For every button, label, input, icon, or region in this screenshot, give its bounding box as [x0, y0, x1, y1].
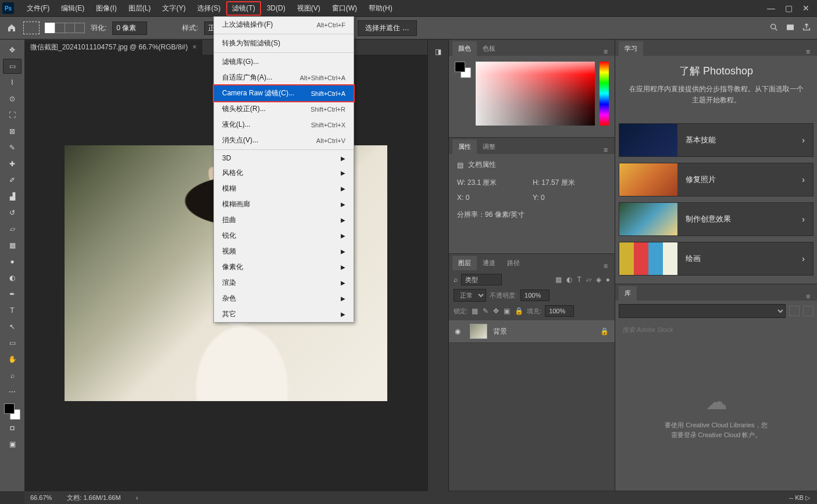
share-icon[interactable] [802, 23, 811, 34]
filter-image-icon[interactable]: ▦ [555, 276, 562, 284]
paths-tab[interactable]: 路径 [501, 256, 526, 270]
menu-filter-gallery[interactable]: 滤镜库(G)... [214, 54, 354, 70]
hue-slider[interactable] [600, 62, 609, 126]
color-tab[interactable]: 颜色 [452, 41, 477, 56]
feather-input[interactable]: 0 像素 [112, 22, 147, 35]
home-icon[interactable] [6, 22, 17, 34]
layer-name[interactable]: 背景 [493, 327, 507, 337]
fill-input[interactable] [545, 305, 574, 317]
filter-shape-icon[interactable]: ▱ [586, 276, 591, 284]
type-tool[interactable]: T [3, 303, 22, 318]
frame-tool[interactable]: ⊠ [3, 124, 22, 139]
path-select-tool[interactable]: ↖ [3, 319, 22, 334]
filter-toggle-icon[interactable]: ● [606, 276, 610, 284]
gradient-tool[interactable]: ▦ [3, 238, 22, 253]
tab-close-icon[interactable]: × [192, 43, 197, 51]
menu-3d-sub[interactable]: 3D▶ [214, 151, 354, 165]
crop-tool[interactable]: ⛶ [3, 108, 22, 123]
edit-toolbar[interactable]: ⋯ [3, 384, 22, 399]
panel-menu-icon[interactable]: ≡ [600, 146, 611, 154]
document-size[interactable]: 文档: 1.66M/1.66M [67, 494, 120, 502]
menu-noise-sub[interactable]: 杂色▶ [214, 291, 354, 306]
color-swatch[interactable] [4, 403, 20, 420]
swatches-tab[interactable]: 色板 [477, 41, 501, 56]
marquee-tool[interactable]: ▭ [3, 59, 22, 74]
visibility-icon[interactable]: ◉ [455, 327, 464, 335]
opacity-input[interactable] [520, 289, 550, 301]
quick-mask[interactable]: ◘ [3, 420, 22, 435]
menu-blur-gallery-sub[interactable]: 模糊画廊▶ [214, 196, 354, 212]
library-tab[interactable]: 库 [619, 286, 637, 301]
stock-search-input[interactable] [620, 324, 812, 335]
menu-window[interactable]: 窗口(W) [326, 1, 363, 16]
grid-view-icon[interactable] [789, 306, 800, 316]
pen-tool[interactable]: ✒ [3, 287, 22, 302]
menu-lens-correction[interactable]: 镜头校正(R)...Shift+Ctrl+R [214, 101, 354, 117]
quick-select-tool[interactable]: ⊙ [3, 91, 22, 106]
stamp-tool[interactable]: ▟ [3, 189, 22, 204]
blend-mode-select[interactable]: 正常 [454, 289, 486, 302]
menu-filter[interactable]: 滤镜(T) [226, 1, 261, 16]
hand-tool[interactable]: ✋ [3, 352, 22, 367]
fg-bg-swatch[interactable] [455, 62, 471, 78]
menu-last-filter[interactable]: 上次滤镜操作(F)Alt+Ctrl+F [214, 17, 354, 33]
shape-tool[interactable]: ▭ [3, 335, 22, 351]
panel-menu-icon[interactable]: ≡ [600, 48, 611, 56]
document-tab[interactable]: 微信截图_20241011104757.jpg @ 66.7%(RGB/8#) … [24, 40, 202, 55]
lock-pixels-icon[interactable]: ▦ [472, 307, 478, 315]
selection-mode[interactable] [45, 23, 85, 33]
menu-adaptive-wide[interactable]: 自适应广角(A)...Alt+Shift+Ctrl+A [214, 70, 354, 85]
menu-layer[interactable]: 图层(L) [123, 1, 157, 16]
learn-card-paint[interactable]: 绘画› [619, 242, 814, 276]
menu-liquify[interactable]: 液化(L)...Shift+Ctrl+X [214, 117, 354, 133]
lock-all-icon[interactable]: 🔒 [515, 307, 523, 315]
zoom-level[interactable]: 66.67% [30, 494, 52, 501]
close-button[interactable]: ✕ [797, 2, 815, 14]
layers-tab[interactable]: 图层 [452, 256, 477, 270]
minimize-button[interactable]: — [762, 2, 780, 14]
lock-artboard-icon[interactable]: ▣ [504, 307, 510, 315]
menu-distort-sub[interactable]: 扭曲▶ [214, 212, 354, 228]
select-mask-button[interactable]: 选择并遮住 … [358, 20, 416, 36]
menu-sharpen-sub[interactable]: 锐化▶ [214, 228, 354, 244]
workspace-icon[interactable] [786, 23, 795, 34]
menu-smart-filter[interactable]: 转换为智能滤镜(S) [214, 35, 354, 51]
properties-tab[interactable]: 属性 [452, 140, 477, 154]
dodge-tool[interactable]: ◐ [3, 270, 22, 285]
lasso-tool[interactable]: ⌇ [3, 75, 22, 90]
blur-tool[interactable]: ● [3, 254, 22, 269]
filter-type-icon[interactable]: T [577, 276, 581, 284]
panel-menu-icon[interactable]: ≡ [600, 262, 611, 270]
menu-edit[interactable]: 编辑(E) [55, 1, 90, 16]
adjustments-tab[interactable]: 调整 [477, 140, 501, 154]
history-brush-tool[interactable]: ↺ [3, 205, 22, 220]
screen-mode[interactable]: ▣ [3, 437, 22, 452]
panel-menu-icon[interactable]: ≡ [802, 48, 814, 56]
menu-help[interactable]: 帮助(H) [363, 1, 398, 16]
lock-move-icon[interactable]: ✥ [493, 307, 499, 315]
menu-stylize-sub[interactable]: 风格化▶ [214, 165, 354, 181]
menu-vanishing-point[interactable]: 消失点(V)...Alt+Ctrl+V [214, 133, 354, 148]
panel-menu-icon[interactable]: ≡ [802, 292, 814, 301]
filter-adjust-icon[interactable]: ◐ [566, 276, 572, 284]
brush-tool[interactable]: ✐ [3, 173, 22, 188]
menu-type[interactable]: 文字(Y) [156, 1, 191, 16]
learn-card-creative[interactable]: 制作创意效果› [619, 202, 814, 236]
maximize-button[interactable]: ▢ [780, 2, 797, 14]
menu-camera-raw[interactable]: Camera Raw 滤镜(C)...Shift+Ctrl+A [213, 84, 355, 102]
rail-icon-1[interactable]: ◨ [431, 43, 446, 60]
layer-row[interactable]: ◉ 背景 🔒 [449, 320, 615, 343]
menu-select[interactable]: 选择(S) [191, 1, 226, 16]
zoom-tool[interactable]: ⌕ [3, 368, 22, 383]
healing-tool[interactable]: ✚ [3, 156, 22, 171]
menu-video-sub[interactable]: 视频▶ [214, 244, 354, 259]
search-icon[interactable] [769, 23, 779, 34]
layer-filter-input[interactable] [461, 274, 502, 285]
layer-thumbnail[interactable] [470, 324, 487, 339]
filter-smart-icon[interactable]: ◈ [596, 276, 601, 284]
lock-position-icon[interactable]: ✎ [483, 307, 488, 315]
learn-card-retouch[interactable]: 修复照片› [619, 163, 814, 196]
list-view-icon[interactable] [803, 306, 814, 316]
color-field[interactable] [476, 62, 595, 126]
menu-view[interactable]: 视图(V) [291, 1, 326, 16]
